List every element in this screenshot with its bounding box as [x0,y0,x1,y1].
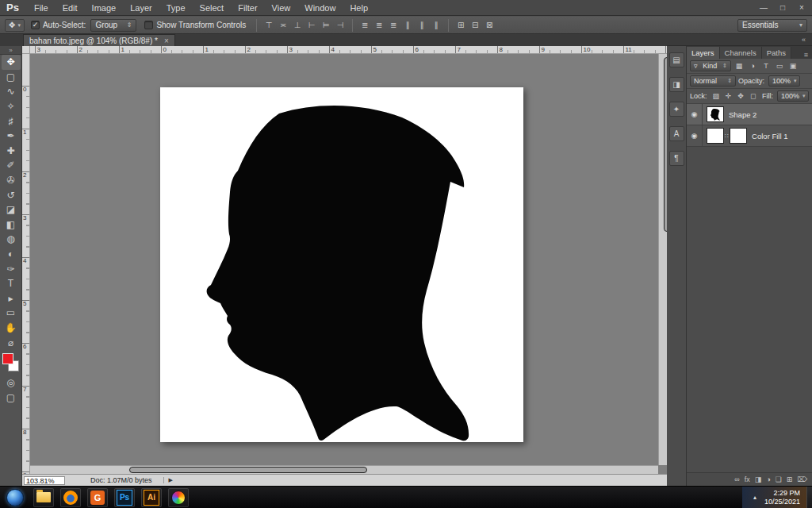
path-selection-tool[interactable]: ▸ [2,291,21,306]
gradient-tool[interactable]: ◧ [2,217,21,233]
lock-all-icon[interactable]: ◻ [748,91,758,102]
menu-file[interactable]: File [27,0,56,16]
show-desktop-button[interactable] [806,487,812,508]
dodge-tool[interactable]: ◐ [2,247,21,262]
distribute-top-edges-icon[interactable]: ≣ [358,19,371,31]
minimize-icon[interactable]: — [758,3,769,12]
orange-app-icon[interactable]: G [87,488,108,507]
layer-name[interactable]: Shape 2 [729,110,756,119]
tab-paths[interactable]: Paths [762,47,791,59]
menu-help[interactable]: Help [343,0,375,16]
3d-mode-icon[interactable]: ⊠ [483,19,496,31]
firefox-icon[interactable] [60,488,81,507]
quick-mask-icon[interactable]: ◎ [2,375,21,391]
workspace-switcher[interactable]: Essentials ▾ [737,19,807,32]
clone-stamp-tool[interactable]: ✇ [2,173,21,188]
ruler-origin[interactable] [22,46,30,54]
lock-transparency-icon[interactable]: ▨ [711,91,722,102]
adjustments-icon[interactable]: ◨ [669,77,684,92]
mask-link-icon[interactable]: ∷ [725,133,729,140]
filter-kind-dropdown[interactable]: ▿ Kind ⇕ [690,60,731,71]
layer-mask-thumbnail[interactable] [730,128,747,144]
menu-layer[interactable]: Layer [123,0,159,16]
visibility-eye-icon[interactable]: ◉ [687,104,703,125]
blur-tool[interactable]: ◍ [2,232,21,247]
lock-pixels-icon[interactable]: ✛ [723,91,733,102]
menu-select[interactable]: Select [193,0,232,16]
distribute-left-edges-icon[interactable]: ∥ [401,19,414,31]
eyedropper-tool[interactable]: ✒ [2,129,21,144]
shape-tool[interactable]: ▭ [2,306,21,321]
add-layer-mask-icon[interactable]: ◨ [755,475,762,483]
align-bottom-edges-icon[interactable]: ⊥ [291,19,304,31]
tray-expand-icon[interactable]: ▴ [753,494,758,501]
filter-smart-objects-icon[interactable]: ▣ [787,61,799,71]
auto-select-group-dropdown[interactable]: Group ⇕ [90,19,136,32]
illustrator-taskbar-icon[interactable]: Ai [141,488,162,507]
layer-name[interactable]: Color Fill 1 [752,132,787,140]
close-tab-icon[interactable]: × [164,37,169,45]
lock-position-icon[interactable]: ✥ [736,91,746,102]
clock[interactable]: 2:29 PM 10/25/2021 [764,489,800,506]
auto-select-checkbox[interactable]: ✓ [31,21,40,29]
filter-adjustment-layers-icon[interactable]: ◑ [747,61,758,71]
tab-layers[interactable]: Layers [687,47,720,59]
align-left-edges-icon[interactable]: ⊢ [305,19,318,31]
menu-image[interactable]: Image [85,0,124,16]
file-explorer-icon[interactable] [33,488,54,507]
new-adjustment-layer-icon[interactable]: ◑ [766,475,770,483]
history-brush-tool[interactable]: ↺ [2,187,21,202]
eraser-tool[interactable]: ◪ [2,202,21,217]
auto-align-layers-icon[interactable]: ⊞ [454,19,467,31]
marquee-tool[interactable]: ▢ [2,70,21,85]
mini-bridge-icon[interactable]: ▤ [669,52,684,67]
pen-tool[interactable]: ✑ [2,261,21,276]
photoshop-taskbar-icon[interactable]: Ps [114,488,135,507]
type-tool[interactable]: T [2,276,21,291]
distribute-right-edges-icon[interactable]: ∥ [430,19,442,31]
menu-edit[interactable]: Edit [56,0,85,16]
document-tab[interactable]: bahan foto.jpeg @ 104% (RGB/8#) * × [23,34,175,46]
align-vertical-centers-icon[interactable]: ≍ [277,19,289,31]
layer-row-shape-2[interactable]: ◉ Shape 2 [687,104,812,125]
new-layer-icon[interactable]: ⊞ [787,475,793,483]
vertical-ruler[interactable]: 0123456789 [22,54,30,474]
lasso-tool[interactable]: ∿ [2,84,21,99]
filter-type-layers-icon[interactable]: T [760,61,772,71]
blend-mode-dropdown[interactable]: Normal ⇕ [690,75,736,87]
status-options-icon[interactable]: ▶ [163,477,173,483]
show-transform-controls-checkbox[interactable] [144,21,153,29]
collapse-tools-icon[interactable]: » [0,46,21,55]
align-horizontal-centers-icon[interactable]: ⊨ [320,19,332,31]
panel-menu-icon[interactable]: ≡ [804,51,812,59]
zoom-tool[interactable]: ⌀ [2,335,21,350]
document-canvas[interactable] [160,87,523,442]
brush-tool[interactable]: ✐ [2,158,21,173]
hand-tool[interactable]: ✋ [2,321,21,336]
zoom-level-input[interactable]: 103.81% [24,476,65,485]
start-button[interactable] [6,489,24,506]
distribute-vertical-centers-icon[interactable]: ≣ [373,19,385,31]
tool-preset-picker[interactable]: ✥ ▾ [5,19,25,32]
distribute-horizontal-centers-icon[interactable]: ∥ [416,19,428,31]
link-layers-icon[interactable]: ∞ [734,475,739,483]
collapse-panels-icon[interactable]: « [802,36,806,44]
new-group-icon[interactable]: ❏ [776,475,782,483]
close-icon[interactable]: × [796,3,807,12]
foreground-color-swatch[interactable] [2,353,13,364]
arrange-icon[interactable]: ⊟ [469,19,481,31]
paragraph-panel-icon[interactable]: ¶ [669,151,684,166]
character-panel-icon[interactable]: A [669,126,684,141]
layer-thumbnail[interactable] [707,106,724,122]
menu-filter[interactable]: Filter [231,0,264,16]
visibility-eye-icon[interactable]: ◉ [687,125,703,146]
fill-value[interactable]: 100% ▾ [777,90,809,102]
align-right-edges-icon[interactable]: ⊣ [334,19,347,31]
delete-layer-icon[interactable]: ⌦ [797,475,807,483]
menu-view[interactable]: View [265,0,298,16]
fill-layer-thumbnail[interactable] [707,128,724,144]
filter-pixel-layers-icon[interactable]: ▦ [733,61,745,71]
align-top-edges-icon[interactable]: ⊤ [262,19,275,31]
paint-palette-icon[interactable] [168,488,189,507]
opacity-value[interactable]: 100% ▾ [768,75,800,87]
